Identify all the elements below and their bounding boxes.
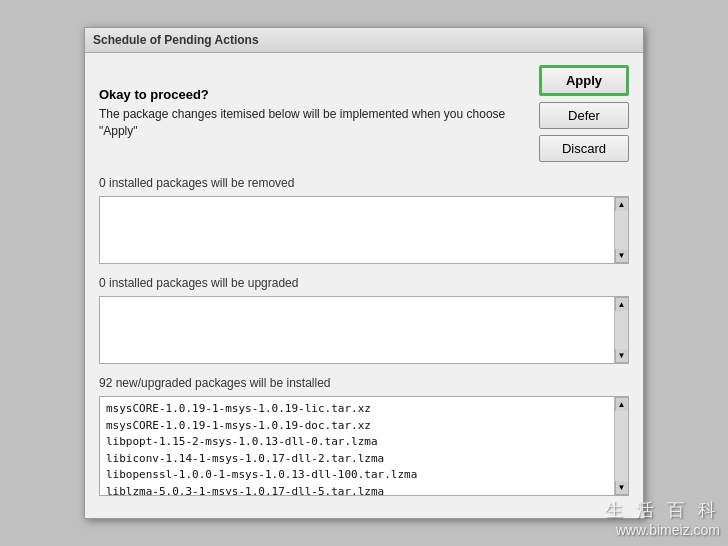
upgrade-scrollbar[interactable]: ▲ ▼ [614,297,628,363]
desc-line: The package changes itemised below will … [99,106,525,140]
discard-button[interactable]: Discard [539,135,629,162]
apply-button[interactable]: Apply [539,65,629,96]
dialog-title: Schedule of Pending Actions [93,33,259,47]
install-scroll-thumb-area [615,411,629,481]
remove-list-box: ▲ ▼ [99,196,629,264]
section-upgrade-label: 0 installed packages will be upgraded [99,274,629,292]
remove-scroll-down[interactable]: ▼ [615,249,629,263]
install-scroll-down[interactable]: ▼ [615,481,629,495]
upgrade-list-content [100,297,628,363]
remove-list-content [100,197,628,263]
section-install-label: 92 new/upgraded packages will be install… [99,374,629,392]
upgrade-scroll-thumb-area [615,311,629,349]
install-list-content: msysCORE-1.0.19-1-msys-1.0.19-lic.tar.xz… [100,397,628,495]
button-group: Apply Defer Discard [539,65,629,162]
upgrade-list-box: ▲ ▼ [99,296,629,364]
upgrade-scroll-up[interactable]: ▲ [615,297,629,311]
install-list-box: msysCORE-1.0.19-1-msys-1.0.19-lic.tar.xz… [99,396,629,496]
dialog-body: Okay to proceed? The package changes ite… [85,53,643,518]
remove-scroll-thumb-area [615,211,629,249]
defer-button[interactable]: Defer [539,102,629,129]
install-scrollbar[interactable]: ▲ ▼ [614,397,628,495]
prompt-area: Okay to proceed? The package changes ite… [99,65,629,162]
ok-line: Okay to proceed? [99,87,525,102]
remove-scroll-up[interactable]: ▲ [615,197,629,211]
title-bar: Schedule of Pending Actions [85,28,643,53]
dialog-window: Schedule of Pending Actions Okay to proc… [84,27,644,519]
upgrade-scroll-down[interactable]: ▼ [615,349,629,363]
section-remove-label: 0 installed packages will be removed [99,174,629,192]
remove-scrollbar[interactable]: ▲ ▼ [614,197,628,263]
install-scroll-up[interactable]: ▲ [615,397,629,411]
prompt-text: Okay to proceed? The package changes ite… [99,87,525,140]
